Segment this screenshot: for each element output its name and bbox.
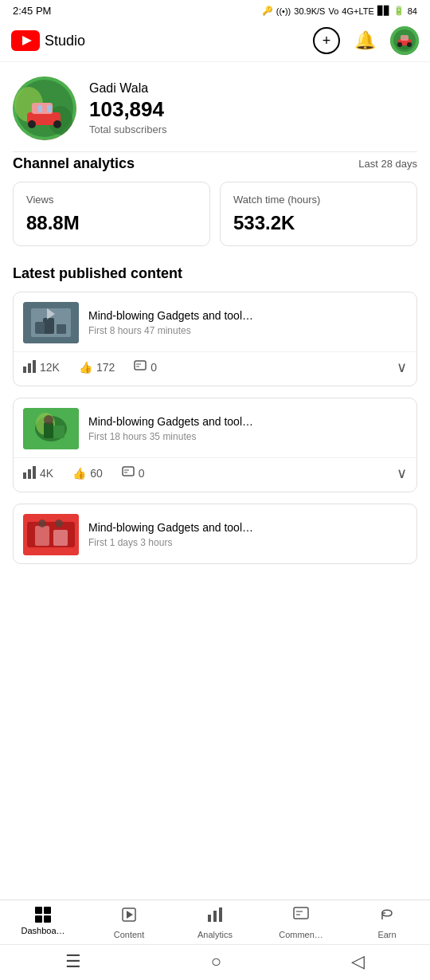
dashboard-label: Dashboa… — [21, 926, 64, 935]
thumbnail-1[interactable] — [23, 302, 79, 343]
thumb-image-2 — [23, 408, 79, 449]
watchtime-value: 533.2K — [233, 212, 404, 234]
content-top-2: Mind-blowing Gadgets and tool… First 18 … — [14, 398, 416, 457]
likes-stat-2: 👍 60 — [72, 467, 103, 480]
content-label: Content — [114, 930, 145, 939]
svg-rect-54 — [294, 907, 308, 919]
views-stat-2: 4K — [23, 466, 53, 481]
expand-btn-1[interactable]: ∨ — [397, 359, 407, 376]
nav-earn[interactable]: Earn — [344, 907, 430, 939]
svg-rect-53 — [219, 907, 222, 922]
channel-avatar-image — [13, 76, 76, 140]
nav-analytics[interactable]: Analytics — [172, 907, 258, 939]
svg-rect-18 — [47, 105, 51, 112]
svg-rect-21 — [43, 318, 54, 334]
bar-chart-icon-2 — [23, 466, 36, 481]
likes-stat-1: 👍 172 — [79, 361, 115, 374]
earn-icon — [379, 907, 395, 927]
user-avatar[interactable] — [390, 26, 419, 55]
channel-details: Gadi Wala 103,894 Total subscribers — [89, 81, 417, 135]
svg-rect-45 — [35, 526, 49, 546]
analytics-icon — [207, 907, 223, 927]
svg-marker-50 — [127, 911, 133, 919]
comment-icon-1 — [134, 360, 147, 375]
comments-label: Commen… — [279, 930, 323, 939]
thumbnail-2[interactable] — [23, 408, 79, 449]
thumbnail-3[interactable] — [23, 514, 79, 555]
content-item-1: Mind-blowing Gadgets and tool… First 8 h… — [13, 292, 417, 386]
nav-dashboard[interactable]: Dashboa… — [0, 907, 86, 939]
bar-chart-icon-1 — [23, 360, 36, 375]
svg-rect-46 — [53, 530, 68, 546]
menu-btn[interactable]: ☰ — [65, 951, 81, 972]
vo-icon: Vo — [328, 6, 338, 16]
back-btn[interactable]: ◁ — [351, 951, 365, 972]
channel-info: Gadi Wala 103,894 Total subscribers — [0, 62, 430, 151]
battery-icon: 🔋 — [393, 6, 405, 16]
content-title-2: Mind-blowing Gadgets and tool… — [88, 415, 407, 428]
notification-bell[interactable]: 🔔 — [354, 30, 376, 51]
content-title-3: Mind-blowing Gadgets and tool… — [88, 521, 407, 534]
lte-icon: 4G+LTE — [342, 6, 373, 16]
app-title: Studio — [45, 33, 85, 49]
content-info-3: Mind-blowing Gadgets and tool… First 1 d… — [88, 521, 407, 548]
subscriber-count: 103,894 — [89, 97, 417, 122]
views-count-2: 4K — [40, 467, 53, 480]
app-bar: Studio + 🔔 — [0, 20, 430, 62]
likes-count-1: 172 — [96, 361, 115, 374]
nav-items: Dashboa… Content Analytics Commen… — [0, 900, 430, 944]
avatar-image — [390, 26, 419, 55]
watchtime-label: Watch time (hours) — [233, 194, 404, 206]
expand-btn-2[interactable]: ∨ — [397, 465, 407, 482]
content-top-3: Mind-blowing Gadgets and tool… First 1 d… — [14, 504, 416, 563]
latest-content-header: Latest published content — [0, 262, 430, 292]
bottom-navigation: Dashboa… Content Analytics Commen… — [0, 900, 430, 980]
key-icon: 🔑 — [262, 6, 273, 16]
nav-content[interactable]: Content — [86, 907, 172, 939]
svg-rect-37 — [23, 472, 26, 479]
comments-stat-2: 0 — [122, 466, 145, 481]
analytics-header: Channel analytics Last 28 days — [0, 152, 430, 182]
subscriber-label: Total subscribers — [89, 123, 417, 135]
svg-rect-40 — [123, 467, 134, 476]
likes-count-2: 60 — [90, 467, 103, 480]
content-icon — [121, 907, 137, 927]
svg-rect-17 — [38, 105, 42, 112]
content-info-2: Mind-blowing Gadgets and tool… First 18 … — [88, 415, 407, 442]
analytics-cards: Views 88.8M Watch time (hours) 533.2K — [0, 182, 430, 262]
add-button[interactable]: + — [313, 27, 340, 54]
content-time-3: First 1 days 3 hours — [88, 537, 407, 548]
comments-stat-1: 0 — [134, 360, 157, 375]
channel-avatar[interactable] — [13, 76, 76, 140]
svg-rect-51 — [208, 915, 211, 922]
svg-point-7 — [397, 42, 402, 47]
svg-rect-23 — [57, 324, 66, 334]
phone-nav-bar: ☰ ○ ◁ — [0, 944, 430, 980]
svg-rect-38 — [28, 469, 31, 479]
plus-icon: + — [322, 33, 331, 49]
comments-count-2: 0 — [139, 467, 145, 480]
network-icon: ((•)) — [276, 6, 291, 16]
views-value: 88.8M — [26, 212, 197, 234]
status-time: 2:45 PM — [13, 5, 51, 17]
data-speed: 30.9K/S — [294, 6, 325, 16]
signal-icon: ▊▊ — [377, 6, 390, 16]
svg-point-36 — [44, 415, 53, 425]
comments-count-1: 0 — [150, 361, 157, 374]
content-time-1: First 8 hours 47 minutes — [88, 325, 407, 336]
comments-icon — [293, 907, 309, 927]
svg-point-15 — [28, 120, 36, 128]
svg-rect-6 — [401, 35, 408, 41]
svg-rect-27 — [33, 360, 36, 373]
analytics-title: Channel analytics — [13, 155, 135, 172]
thumb-image-1 — [23, 302, 79, 343]
svg-rect-22 — [35, 322, 45, 334]
content-info-1: Mind-blowing Gadgets and tool… First 8 h… — [88, 309, 407, 336]
status-icons: 🔑 ((•)) 30.9K/S Vo 4G+LTE ▊▊ 🔋 84 — [262, 6, 417, 16]
views-label: Views — [26, 194, 197, 206]
svg-point-8 — [407, 42, 412, 47]
home-btn[interactable]: ○ — [211, 951, 221, 972]
analytics-period: Last 28 days — [358, 158, 417, 170]
content-title-1: Mind-blowing Gadgets and tool… — [88, 309, 407, 322]
nav-comments[interactable]: Commen… — [258, 907, 344, 939]
